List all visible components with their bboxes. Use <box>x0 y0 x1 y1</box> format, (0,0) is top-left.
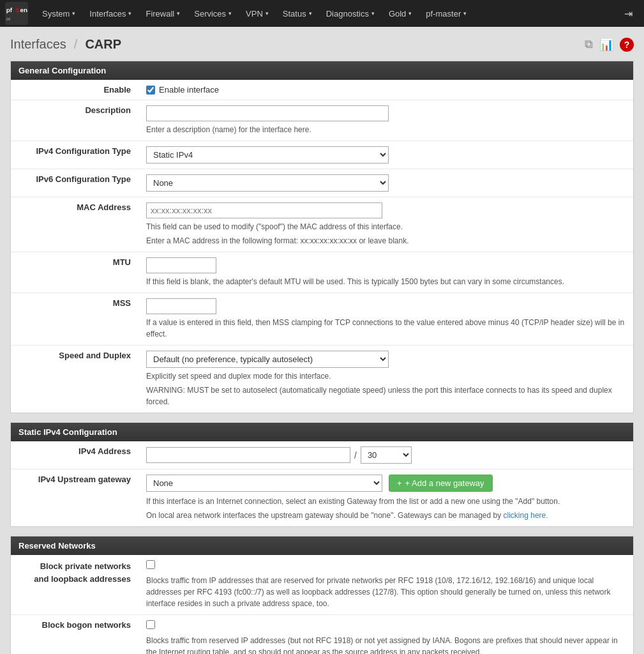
nav-pf-master[interactable]: pf-master ▾ <box>419 0 473 27</box>
ipv6-config-select[interactable]: None Static IPv6 DHCPv6 SLAAC <box>146 174 389 192</box>
mac-cell: This field can be used to modify ("spoof… <box>139 197 633 252</box>
nav-vpn[interactable]: VPN ▾ <box>239 0 275 27</box>
upstream-gateway-row: IPv4 Upstream gateway None + + Add a new… <box>11 469 633 527</box>
nav-services[interactable]: Services ▾ <box>188 0 238 27</box>
mtu-row: MTU If this field is blank, the adapter'… <box>11 252 633 293</box>
speed-duplex-select[interactable]: Default (no preference, typically autose… <box>146 351 389 368</box>
block-private-row: Block private networks and loopback addr… <box>11 555 633 615</box>
ipv4-address-label: IPv4 Address <box>11 441 139 469</box>
help-icon[interactable]: ? <box>620 38 634 52</box>
ipv6-config-type-row: IPv6 Configuration Type None Static IPv6… <box>11 169 633 197</box>
mac-row: MAC Address This field can be used to mo… <box>11 197 633 252</box>
general-config-heading: General Configuration <box>11 61 633 80</box>
general-config-panel: General Configuration Enable Enable inte… <box>10 61 634 413</box>
ipv4-config-select[interactable]: Static IPv4 DHCP None <box>146 146 389 164</box>
enable-cell: Enable interface <box>139 80 633 100</box>
add-gateway-button[interactable]: + + Add a new gateway <box>389 475 493 492</box>
block-private-help: Blocks traffic from IP addresses that ar… <box>146 575 625 609</box>
ipv6-config-label: IPv6 Configuration Type <box>11 169 139 197</box>
svg-text:en: en <box>20 6 27 13</box>
block-bogon-label: Block bogon networks <box>11 615 139 655</box>
speed-duplex-help1: Explicitly set speed and duplex mode for… <box>146 370 625 382</box>
slash-separator: / <box>354 450 357 460</box>
block-bogon-checkbox[interactable] <box>146 620 155 629</box>
static-ipv4-panel: Static IPv4 Configuration IPv4 Address 1… <box>10 422 634 527</box>
enable-checkbox[interactable] <box>146 86 155 95</box>
upstream-label: IPv4 Upstream gateway <box>11 469 139 527</box>
description-input[interactable]: CARP <box>146 105 389 121</box>
nav-firewall[interactable]: Firewall ▾ <box>139 0 186 27</box>
description-cell: CARP Enter a description (name) for the … <box>139 100 633 141</box>
nav-interfaces[interactable]: Interfaces ▾ <box>83 0 138 27</box>
navbar: pf S en se System ▾ Interfaces ▾ Firewal… <box>0 0 644 27</box>
mtu-label: MTU <box>11 252 139 293</box>
breadcrumb: Interfaces / CARP ⧉ 📊 ? <box>10 37 634 52</box>
chevron-down-icon: ▾ <box>371 10 375 17</box>
nav-system[interactable]: System ▾ <box>36 0 82 27</box>
mss-cell: If a value is entered in this field, the… <box>139 293 633 346</box>
nav-gold[interactable]: Gold ▾ <box>382 0 418 27</box>
ipv4-address-row: IPv4 Address 172.16.0.1 / 32 31 30 29 28… <box>11 441 633 469</box>
chevron-down-icon: ▾ <box>463 10 467 17</box>
description-row: Description CARP Enter a description (na… <box>11 100 633 141</box>
enable-text: Enable interface <box>159 85 219 95</box>
sliders-icon[interactable]: ⧉ <box>585 38 593 51</box>
static-ipv4-heading: Static IPv4 Configuration <box>11 423 633 441</box>
ipv4-config-cell: Static IPv4 DHCP None <box>139 141 633 169</box>
enable-row: Enable Enable interface <box>11 80 633 100</box>
chevron-down-icon: ▾ <box>309 10 312 17</box>
upstream-select[interactable]: None <box>146 475 382 492</box>
mss-label: MSS <box>11 293 139 346</box>
logout-icon: ⇥ <box>624 8 633 20</box>
reserved-networks-table: Block private networks and loopback addr… <box>11 555 633 654</box>
main-content: Interfaces / CARP ⧉ 📊 ? General Configur… <box>0 27 644 654</box>
general-config-table: Enable Enable interface Description CARP… <box>11 80 633 413</box>
brand: pf S en se <box>5 2 28 25</box>
clicking-here-link[interactable]: clicking here. <box>504 511 548 520</box>
chart-icon[interactable]: 📊 <box>599 38 613 52</box>
mac-input[interactable] <box>146 202 382 218</box>
ipv4-address-input[interactable]: 172.16.0.1 <box>146 447 350 463</box>
mss-row: MSS If a value is entered in this field,… <box>11 293 633 346</box>
page-title: CARP <box>85 37 121 52</box>
svg-text:pf: pf <box>6 6 13 13</box>
nav-logout-button[interactable]: ⇥ <box>618 0 639 27</box>
chevron-down-icon: ▾ <box>72 10 75 17</box>
ipv4-config-label: IPv4 Configuration Type <box>11 141 139 169</box>
breadcrumb-parent: Interfaces <box>10 37 66 52</box>
breadcrumb-icons: ⧉ 📊 ? <box>585 38 634 52</box>
upstream-help1: If this interface is an Internet connect… <box>146 496 625 507</box>
block-bogon-cell: Blocks traffic from reserved IP addresse… <box>139 615 633 655</box>
description-help: Enter a description (name) for the inter… <box>146 124 625 135</box>
mss-input[interactable] <box>146 298 216 314</box>
chevron-down-icon: ▾ <box>177 10 180 17</box>
speed-duplex-row: Speed and Duplex Default (no preference,… <box>11 346 633 413</box>
mac-label: MAC Address <box>11 197 139 252</box>
breadcrumb-left: Interfaces / CARP <box>10 37 121 52</box>
block-private-checkbox[interactable] <box>146 560 155 569</box>
speed-duplex-help2: WARNING: MUST be set to autoselect (auto… <box>146 384 625 407</box>
mtu-input[interactable] <box>146 257 216 273</box>
block-bogon-row: Block bogon networks Blocks traffic from… <box>11 615 633 655</box>
ipv4-prefix-select[interactable]: 32 31 30 29 28 24 16 8 <box>361 446 412 464</box>
ipv4-addr-row: 172.16.0.1 / 32 31 30 29 28 24 16 8 <box>146 446 625 464</box>
static-ipv4-table: IPv4 Address 172.16.0.1 / 32 31 30 29 28… <box>11 441 633 526</box>
description-label: Description <box>11 100 139 141</box>
chevron-down-icon: ▾ <box>128 10 131 17</box>
chevron-down-icon: ▾ <box>266 10 269 17</box>
nav-diagnostics[interactable]: Diagnostics ▾ <box>320 0 381 27</box>
mss-help: If a value is entered in this field, the… <box>146 317 625 340</box>
speed-duplex-label: Speed and Duplex <box>11 346 139 413</box>
svg-text:S: S <box>15 6 20 13</box>
svg-text:se: se <box>6 17 11 21</box>
reserved-networks-panel: Reserved Networks Block private networks… <box>10 536 634 654</box>
reserved-networks-heading: Reserved Networks <box>11 536 633 555</box>
speed-duplex-cell: Default (no preference, typically autose… <box>139 346 633 413</box>
enable-checkbox-row: Enable interface <box>146 85 625 95</box>
enable-label: Enable <box>11 80 139 100</box>
nav-status[interactable]: Status ▾ <box>276 0 318 27</box>
block-private-label: Block private networks and loopback addr… <box>11 555 139 615</box>
ipv4-address-cell: 172.16.0.1 / 32 31 30 29 28 24 16 8 <box>139 441 633 469</box>
mac-help1: This field can be used to modify ("spoof… <box>146 221 625 232</box>
upstream-help2: On local area network interfaces the ups… <box>146 510 625 521</box>
